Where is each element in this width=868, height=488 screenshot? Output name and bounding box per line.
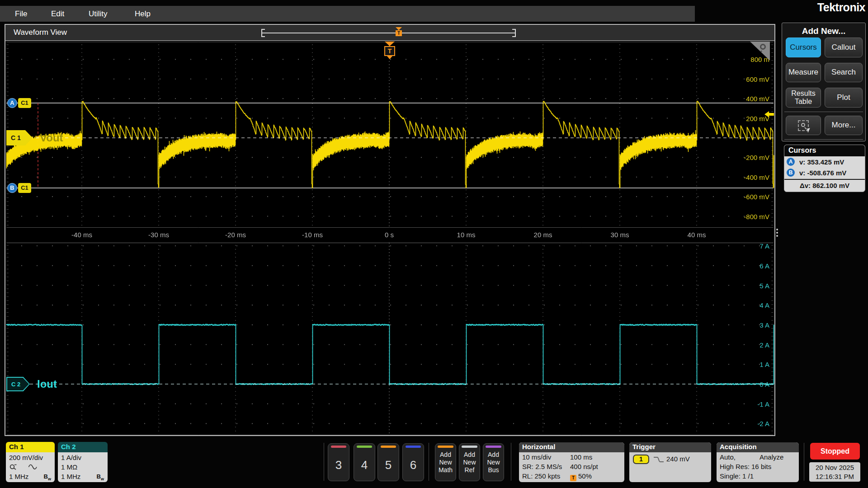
menu-edit[interactable]: Edit bbox=[51, 6, 64, 22]
add-search-button[interactable]: Search bbox=[825, 63, 863, 82]
more-button[interactable]: More... bbox=[825, 116, 863, 135]
ch1-flag[interactable]: C 1 bbox=[6, 130, 33, 145]
time-axis-label: -30 ms bbox=[148, 231, 169, 239]
add-new-title: Add New... bbox=[782, 26, 865, 36]
record-view-right-bracket bbox=[512, 29, 516, 37]
add-results-table-button[interactable]: Results Table bbox=[786, 88, 821, 108]
ch2-flag-text: C 2 bbox=[7, 378, 29, 390]
channel-5-button[interactable]: 5 bbox=[377, 443, 399, 481]
ch1-axis-label: -200 mV bbox=[744, 154, 769, 161]
acquisition-single: Single: 1 /1 bbox=[717, 471, 799, 481]
ch2-axis-label: 0 A bbox=[760, 380, 769, 388]
horizontal-window: 100 ms bbox=[570, 452, 592, 462]
ch2-bandwidth: 1 MHz bbox=[61, 473, 80, 480]
ch2-handle[interactable]: C 2 Iout bbox=[6, 377, 57, 391]
record-length: RL: 250 kpts bbox=[522, 472, 560, 480]
ch1-bandwidth: 1 MHz bbox=[9, 473, 28, 480]
ch1-axis-label: 600 mV bbox=[746, 75, 769, 83]
ch2-axis-label: 7 A bbox=[760, 242, 769, 250]
ch1-handle[interactable]: C 1 Vout bbox=[6, 130, 63, 145]
sample-rate: SR: 2.5 MS/s bbox=[522, 463, 562, 470]
ch2-axis-label: 5 A bbox=[760, 282, 769, 289]
bottombar-divider bbox=[804, 443, 804, 481]
channel-3-button[interactable]: 3 bbox=[328, 443, 349, 481]
add-button-color-stripe bbox=[462, 446, 477, 448]
acquisition-analyze: Analyze bbox=[760, 452, 783, 462]
ch1-axis-label: -800 mV bbox=[744, 212, 769, 220]
panel-drag-handle[interactable] bbox=[776, 227, 778, 238]
channel-6-button[interactable]: 6 bbox=[402, 443, 424, 481]
trigger-position-flag[interactable]: T bbox=[384, 42, 396, 59]
horizontal-title: Horizontal bbox=[519, 442, 624, 452]
cursor-b-readout: B v: -508.676 mV bbox=[784, 167, 865, 178]
time-axis-label: 30 ms bbox=[611, 231, 629, 239]
record-view-scrollbar[interactable]: T bbox=[261, 29, 516, 37]
menu-file[interactable]: File bbox=[15, 6, 27, 22]
add-callout-button[interactable]: Callout bbox=[825, 38, 863, 57]
run-stop-status-button[interactable]: Stopped bbox=[810, 443, 860, 460]
channel-4-button[interactable]: 4 bbox=[354, 443, 375, 481]
add-button-label: Add New Math bbox=[435, 451, 456, 474]
add-new-math-button[interactable]: Add New Math bbox=[435, 443, 456, 481]
cursor-b-readout-badge: B bbox=[787, 169, 795, 177]
trigger-position-pct: 50% bbox=[578, 472, 592, 480]
horizontal-panel[interactable]: Horizontal 10 ms/div100 ms SR: 2.5 MS/s4… bbox=[519, 442, 624, 482]
record-view-line bbox=[262, 33, 515, 33]
date-value: 20 Nov 2025 bbox=[809, 463, 860, 472]
ch2-axis-label: 2 A bbox=[760, 341, 769, 348]
bottombar-divider bbox=[324, 443, 324, 481]
acquisition-highres: High Res: 16 bits bbox=[717, 462, 799, 471]
menu-utility[interactable]: Utility bbox=[89, 6, 108, 22]
time-axis-label: 40 ms bbox=[688, 231, 706, 239]
add-new-ref-button[interactable]: Add New Ref bbox=[459, 443, 480, 481]
magnifier-glass-icon bbox=[760, 44, 766, 50]
ch2-scale: 1 A/div bbox=[61, 453, 108, 462]
ch2-bw-limit-icon: Bw bbox=[97, 472, 104, 482]
add-measure-button[interactable]: Measure bbox=[786, 63, 821, 82]
add-new-bus-button[interactable]: Add New Bus bbox=[483, 443, 504, 481]
probe-icon bbox=[9, 464, 18, 470]
channel-number: 4 bbox=[354, 458, 375, 472]
ch1-scale: 200 mV/div bbox=[9, 453, 55, 462]
trigger-level-value: 240 mV bbox=[666, 455, 690, 463]
add-plot-button[interactable]: Plot bbox=[825, 88, 863, 108]
record-view-trigger-marker[interactable]: T bbox=[395, 27, 402, 36]
ch2-badge[interactable]: Ch 2 1 A/div 1 MΩ 1 MHzBw bbox=[58, 442, 108, 482]
add-cursors-button[interactable]: Cursors bbox=[786, 38, 821, 57]
zoom-select-button[interactable] bbox=[786, 116, 821, 135]
time-axis-label: -20 ms bbox=[225, 231, 246, 239]
waveform-view-title: Waveform View bbox=[14, 25, 67, 40]
acquisition-panel[interactable]: Acquisition Auto,Analyze High Res: 16 bi… bbox=[717, 442, 799, 482]
time-axis-label: 0 s bbox=[385, 231, 394, 239]
trigger-t-icon: T bbox=[384, 46, 395, 56]
cursor-delta-readout: Δv: 862.100 mV bbox=[784, 180, 865, 192]
cursor-a-flag[interactable]: A C1 bbox=[7, 98, 31, 108]
ch2-axis-label: 4 A bbox=[760, 301, 769, 309]
cursor-b-flag[interactable]: B C1 bbox=[7, 183, 31, 193]
ch1-axis-label: -400 mV bbox=[744, 173, 769, 181]
cursor-a-readout: A v: 353.425 mV bbox=[784, 156, 865, 167]
cursor-b-source: C1 bbox=[18, 183, 31, 193]
ch1-badge-title: Ch 1 bbox=[6, 442, 55, 452]
trigger-source-badge: 1 bbox=[633, 455, 649, 464]
trigger-title: Trigger bbox=[629, 442, 711, 452]
cursors-readout-title: Cursors bbox=[784, 145, 865, 156]
ch2-axis-label: 6 A bbox=[760, 262, 769, 269]
time-axis-label: -10 ms bbox=[302, 231, 323, 239]
ch1-waveform-label: Vout bbox=[40, 131, 63, 144]
acquisition-title: Acquisition bbox=[717, 442, 799, 452]
menu-help[interactable]: Help bbox=[135, 6, 151, 22]
cursors-readout-panel[interactable]: Cursors A v: 353.425 mV B v: -508.676 mV… bbox=[784, 145, 865, 192]
record-view-left-bracket bbox=[261, 29, 265, 37]
tekscope-app: Tektronix Waveform View T A C1 B C1 C 1 … bbox=[0, 0, 868, 488]
waveform-view-titlebar: Waveform View T bbox=[5, 25, 774, 41]
ch1-badge[interactable]: Ch 1 200 mV/div 1 MHzBw bbox=[6, 442, 55, 482]
channel-color-stripe bbox=[331, 446, 347, 448]
ch2-axis-label: 1 A bbox=[760, 361, 769, 368]
waveform-graticule[interactable] bbox=[5, 41, 774, 436]
ch2-flag[interactable]: C 2 bbox=[6, 377, 30, 391]
trigger-panel[interactable]: Trigger 1 240 mV bbox=[629, 442, 711, 482]
datetime-display: 20 Nov 2025 12:16:31 PM bbox=[809, 462, 860, 482]
ch1-axis-label: 400 mV bbox=[746, 95, 769, 103]
ch2-badge-title: Ch 2 bbox=[58, 442, 108, 452]
